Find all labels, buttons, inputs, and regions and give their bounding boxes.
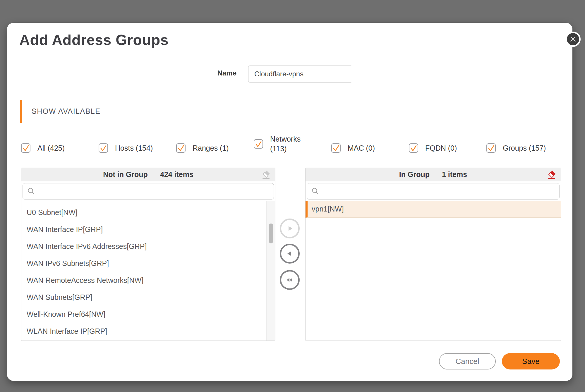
eraser-icon-red [546, 170, 556, 180]
dialog-title: Add Address Groups [19, 32, 169, 49]
checkbox-checked-icon[interactable] [409, 143, 418, 153]
list-item[interactable]: WAN Interface IP[GRP] [21, 221, 266, 238]
filter-hosts-label: Hosts (154) [115, 143, 153, 153]
filter-ranges[interactable]: Ranges (1) [176, 143, 229, 153]
move-all-left-button[interactable] [280, 270, 300, 290]
in-group-title: In Group [399, 170, 430, 179]
add-address-groups-dialog: Add Address Groups Name SHOW AVAILABLE A… [7, 23, 572, 381]
filter-all[interactable]: All (425) [21, 143, 65, 153]
not-in-group-header: Not in Group 424 items [21, 168, 275, 181]
search-icon [27, 187, 35, 195]
scrollbar-track[interactable] [266, 201, 275, 341]
checkbox-checked-icon[interactable] [331, 143, 341, 153]
save-button[interactable]: Save [502, 353, 560, 369]
filter-fqdn-label: FQDN (0) [425, 143, 457, 153]
filter-mac-label: MAC (0) [348, 143, 375, 153]
filter-all-label: All (425) [37, 143, 65, 153]
name-input[interactable] [248, 66, 352, 82]
filter-networks-label: Networks (113) [270, 134, 301, 153]
in-group-count: 1 items [442, 170, 467, 179]
scrollbar-thumb[interactable] [269, 223, 273, 243]
in-group-searchbox [307, 183, 560, 200]
not-in-group-searchbox [23, 183, 274, 200]
search-icon [311, 187, 320, 195]
arrow-left-icon [286, 250, 294, 258]
filter-networks-line1: Networks [270, 134, 301, 144]
close-button[interactable] [565, 32, 581, 47]
in-group-panel: In Group 1 items vpn1[NW] [305, 168, 561, 341]
checkbox-checked-icon[interactable] [486, 143, 496, 153]
list-item[interactable]: WAN Subnets[GRP] [21, 289, 266, 306]
name-label: Name [178, 69, 236, 77]
list-item[interactable]: U0 Subnet[NW] [21, 204, 266, 221]
checkbox-checked-icon[interactable] [99, 143, 108, 153]
checkbox-checked-icon[interactable] [21, 143, 30, 153]
section-accent-bar [20, 100, 22, 123]
move-left-button[interactable] [280, 244, 300, 264]
list-item[interactable]: WLAN Interface IP[GRP] [21, 323, 266, 340]
not-in-group-list: U0 Subnet[NW] WAN Interface IP[GRP] WAN … [21, 201, 266, 341]
cancel-button[interactable]: Cancel [439, 353, 496, 369]
in-group-header: In Group 1 items [306, 168, 561, 181]
in-group-search-input[interactable] [307, 183, 560, 200]
filter-ranges-label: Ranges (1) [193, 143, 229, 153]
filter-hosts[interactable]: Hosts (154) [99, 143, 153, 153]
screen-overlay: Add Address Groups Name SHOW AVAILABLE A… [0, 0, 585, 392]
list-item[interactable]: Well-Known Pref64[NW] [21, 306, 266, 323]
move-right-button[interactable] [280, 219, 300, 238]
filter-groups[interactable]: Groups (157) [486, 143, 546, 153]
clear-not-in-group-button[interactable] [260, 169, 271, 180]
double-arrow-left-icon [285, 276, 294, 284]
section-title: SHOW AVAILABLE [32, 107, 100, 116]
not-in-group-search-input[interactable] [23, 183, 274, 200]
list-item[interactable]: WAN IPv6 Subnets[GRP] [21, 255, 266, 272]
filter-mac[interactable]: MAC (0) [331, 143, 375, 153]
checkbox-checked-icon[interactable] [176, 143, 186, 153]
filter-fqdn[interactable]: FQDN (0) [409, 143, 457, 153]
list-row-partial [21, 201, 266, 204]
list-item-selected[interactable]: vpn1[NW] [306, 201, 561, 218]
filter-groups-label: Groups (157) [503, 143, 546, 153]
filter-networks-line2: (113) [270, 144, 301, 154]
close-icon [569, 36, 577, 43]
list-item[interactable]: WAN RemoteAccess Networks[NW] [21, 272, 266, 289]
not-in-group-panel: Not in Group 424 items [21, 168, 275, 341]
filter-networks[interactable]: Networks (113) [254, 134, 301, 153]
arrow-right-icon [286, 224, 294, 233]
list-item[interactable]: WAN Interface IPv6 Addresses[GRP] [21, 238, 266, 255]
not-in-group-count: 424 items [160, 170, 193, 179]
checkbox-checked-icon[interactable] [254, 139, 263, 149]
eraser-icon [260, 170, 271, 180]
clear-in-group-button[interactable] [545, 169, 557, 180]
in-group-list: vpn1[NW] [306, 201, 561, 341]
not-in-group-title: Not in Group [103, 170, 148, 179]
